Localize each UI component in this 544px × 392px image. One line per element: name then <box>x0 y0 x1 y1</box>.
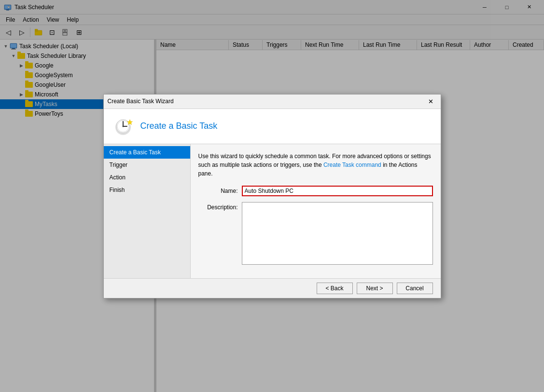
create-task-dialog: Create Basic Task Wizard ✕ <box>103 94 441 298</box>
dialog-nav-create-task[interactable]: Create a Basic Task <box>104 146 190 159</box>
cancel-button[interactable]: Cancel <box>397 283 433 294</box>
dialog-footer: < Back Next > Cancel <box>104 278 441 298</box>
dialog-header-icon <box>112 115 135 138</box>
dialog-description-line2: such as multiple task actions or trigger… <box>198 162 418 177</box>
dialog-close-button[interactable]: ✕ <box>425 96 437 107</box>
dialog-body: Create a Basic Task Trigger Action Finis… <box>104 144 441 278</box>
dialog-nav-trigger[interactable]: Trigger <box>104 159 190 171</box>
next-button[interactable]: Next > <box>357 283 393 294</box>
dialog-title-text: Create Basic Task Wizard <box>108 98 425 105</box>
svg-point-22 <box>122 125 124 127</box>
dialog-description: Use this wizard to quickly schedule a co… <box>198 152 433 178</box>
modal-overlay: Create Basic Task Wizard ✕ <box>0 0 544 392</box>
dialog-title-bar: Create Basic Task Wizard ✕ <box>104 95 441 109</box>
dialog-header-title: Create a Basic Task <box>140 121 218 131</box>
dialog-nav-finish[interactable]: Finish <box>104 184 190 196</box>
dialog-content: Use this wizard to quickly schedule a co… <box>191 144 441 278</box>
form-row-name: Name: <box>198 186 433 196</box>
form-label-description: Description: <box>198 202 242 211</box>
description-textarea[interactable] <box>242 202 433 265</box>
dialog-nav: Create a Basic Task Trigger Action Finis… <box>104 144 191 278</box>
dialog-nav-action[interactable]: Action <box>104 171 190 184</box>
back-button[interactable]: < Back <box>317 283 353 294</box>
form-label-name: Name: <box>198 186 242 194</box>
form-row-description: Description: <box>198 202 433 265</box>
name-input[interactable] <box>242 186 433 196</box>
dialog-header: Create a Basic Task <box>104 109 441 144</box>
create-task-link[interactable]: Create Task command <box>323 162 381 168</box>
